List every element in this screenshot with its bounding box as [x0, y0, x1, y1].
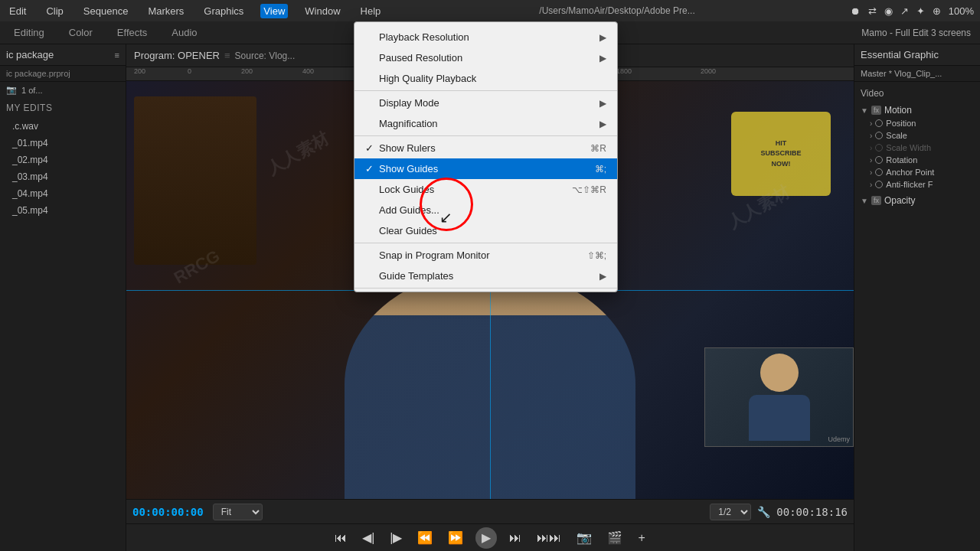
scale-stopwatch[interactable]: [875, 132, 883, 139]
menu-item-display-mode[interactable]: Display Mode ▶: [354, 93, 617, 113]
scale-width-chevron: ›: [870, 144, 872, 152]
position-chevron: ›: [870, 119, 872, 128]
menu-section-playback: Playback Resolution ▶ Paused Resolution …: [354, 25, 617, 91]
menu-item-show-rulers[interactable]: ✓ Show Rulers ⌘R: [354, 138, 617, 158]
menu-item-paused-resolution[interactable]: Paused Resolution ▶: [354, 47, 617, 68]
menu-item-hq-playback[interactable]: High Quality Playback: [354, 68, 617, 89]
lock-guides-label: Lock Guides: [379, 184, 563, 195]
prop-anti-flicker[interactable]: › Anti-flicker F: [861, 178, 974, 191]
mark-in-button[interactable]: ⏮: [332, 528, 350, 548]
menu-item-lock-guides[interactable]: Lock Guides ⌥⇧⌘R: [354, 179, 617, 200]
video-sign: HITSUBSCRIBENOW!: [731, 112, 831, 196]
add-button[interactable]: +: [635, 528, 648, 548]
export-frame-button[interactable]: 📷: [573, 527, 595, 548]
antiflicker-label: Anti-flicker F: [886, 180, 933, 189]
check-lock-guides: [365, 184, 379, 195]
paused-res-arrow: ▶: [599, 53, 606, 64]
position-stopwatch[interactable]: [875, 119, 883, 127]
menu-clip[interactable]: Clip: [43, 4, 66, 18]
fast-forward-button[interactable]: ⏩: [445, 527, 466, 548]
anchor-chevron: ›: [870, 168, 872, 177]
dropdown-menu[interactable]: Playback Resolution ▶ Paused Resolution …: [354, 21, 618, 292]
step-back-button[interactable]: ◀|: [359, 527, 377, 548]
tab-effects[interactable]: Effects: [113, 24, 152, 41]
resolution-select[interactable]: 1/2 Full 1/4: [710, 504, 751, 520]
check-snap: [365, 249, 379, 261]
video-sign-text: HITSUBSCRIBENOW!: [757, 135, 804, 173]
essential-graphic-title: Essential Graphic: [861, 49, 974, 60]
file-03mp4[interactable]: _03.mp4: [0, 168, 126, 185]
file-02mp4[interactable]: _02.mp4: [0, 152, 126, 168]
tab-audio[interactable]: Audio: [167, 24, 201, 41]
file-05mp4[interactable]: _05.mp4: [0, 202, 126, 219]
check-clear-guides: [365, 225, 379, 236]
full-edit-tab[interactable]: Mamo - Full Edit 3 screens: [861, 28, 971, 38]
menu-item-magnification[interactable]: Magnification ▶: [354, 113, 617, 134]
menu-window[interactable]: Window: [302, 4, 343, 18]
file-cwav[interactable]: .c.wav: [0, 118, 126, 135]
ruler-label-200: 200: [241, 67, 253, 75]
ruler-label-0: 0: [188, 67, 191, 75]
menu-bar: Edit Clip Sequence Markers Graphics View…: [0, 0, 980, 21]
left-panel-menu-icon[interactable]: ≡: [115, 51, 119, 60]
record-icon: ⏺: [851, 5, 861, 17]
menu-item-guide-templates[interactable]: Guide Templates ▶: [354, 266, 617, 286]
menu-edit[interactable]: Edit: [6, 4, 29, 18]
menu-section-snap: Snap in Program Monitor ⇧⌘; Guide Templa…: [354, 243, 617, 289]
file-04mp4[interactable]: _04.mp4: [0, 185, 126, 202]
menu-help[interactable]: Help: [358, 4, 384, 18]
prop-scale[interactable]: › Scale: [861, 129, 974, 142]
check-show-rulers: ✓: [365, 142, 379, 154]
insert-button[interactable]: 🎬: [604, 527, 626, 548]
file-path: ic package.prproj: [0, 66, 126, 82]
snap-shortcut: ⇧⌘;: [587, 250, 606, 261]
step-forward-button[interactable]: |▶: [387, 527, 405, 548]
menu-graphics[interactable]: Graphics: [201, 4, 247, 18]
battery-label: 100%: [949, 5, 974, 17]
position-label: Position: [886, 119, 916, 128]
antiflicker-stopwatch[interactable]: [875, 181, 883, 188]
magnification-arrow: ▶: [599, 119, 606, 129]
prop-anchor-point[interactable]: › Anchor Point: [861, 166, 974, 178]
motion-group-header[interactable]: ▼ fx Motion: [861, 103, 974, 117]
bluetooth-icon: ✦: [916, 5, 925, 17]
settings-icon[interactable]: 🔧: [757, 506, 770, 518]
opacity-group: ▼ fx Opacity: [854, 192, 980, 209]
menu-view[interactable]: View: [260, 4, 288, 18]
scale-width-stopwatch[interactable]: [875, 144, 883, 152]
anchor-stopwatch[interactable]: [875, 168, 883, 176]
play-button[interactable]: ▶: [475, 527, 497, 549]
prop-rotation[interactable]: › Rotation: [861, 154, 974, 166]
opacity-group-header[interactable]: ▼ fx Opacity: [861, 194, 974, 207]
tab-editing[interactable]: Editing: [9, 24, 49, 41]
check-guide-templates: [365, 270, 379, 282]
prop-scale-width[interactable]: › Scale Width: [861, 142, 974, 154]
menu-sequence[interactable]: Sequence: [80, 4, 132, 18]
menu-item-playback-resolution[interactable]: Playback Resolution ▶: [354, 27, 617, 47]
guide-templates-label: Guide Templates: [379, 270, 599, 282]
playback-res-label: Playback Resolution: [379, 31, 599, 43]
rotation-stopwatch[interactable]: [875, 156, 883, 164]
current-timecode: 00:00:00:00: [132, 506, 204, 518]
thumb-inner: [705, 348, 853, 446]
display-mode-arrow: ▶: [599, 98, 606, 109]
snap-label: Snap in Program Monitor: [379, 249, 578, 261]
rotation-chevron: ›: [870, 156, 872, 165]
prop-position[interactable]: › Position: [861, 117, 974, 129]
check-show-guides: ✓: [365, 163, 379, 174]
sync-icon: ⇄: [868, 5, 877, 17]
menu-item-snap[interactable]: Snap in Program Monitor ⇧⌘;: [354, 245, 617, 266]
menu-item-clear-guides[interactable]: Clear Guides: [354, 220, 617, 241]
menu-item-add-guides[interactable]: Add Guides...: [354, 200, 617, 220]
file-01mp4[interactable]: _01.mp4: [0, 135, 126, 152]
rewind-button[interactable]: ⏪: [414, 527, 436, 548]
menu-markers[interactable]: Markers: [145, 4, 187, 18]
right-panel: Essential Graphic Master * Vlog_Clip_...…: [854, 44, 980, 551]
loop-button[interactable]: ⏭⏭: [534, 528, 564, 548]
hq-playback-label: High Quality Playback: [379, 73, 606, 84]
thumbnail-icon: 📷: [6, 85, 17, 95]
play-to-end-button[interactable]: ⏭: [506, 528, 524, 548]
tab-color[interactable]: Color: [64, 24, 97, 41]
menu-item-show-guides[interactable]: ✓ Show Guides ⌘;: [354, 158, 617, 179]
fit-select[interactable]: Fit 25% 50% 100%: [213, 504, 263, 520]
